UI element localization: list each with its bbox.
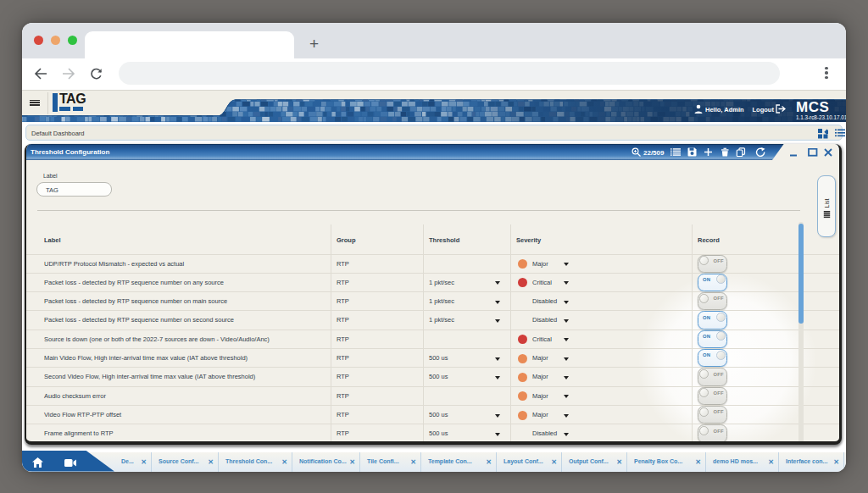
svg-text:22/509: 22/509 [643, 149, 665, 157]
svg-text:List: List [823, 198, 831, 208]
